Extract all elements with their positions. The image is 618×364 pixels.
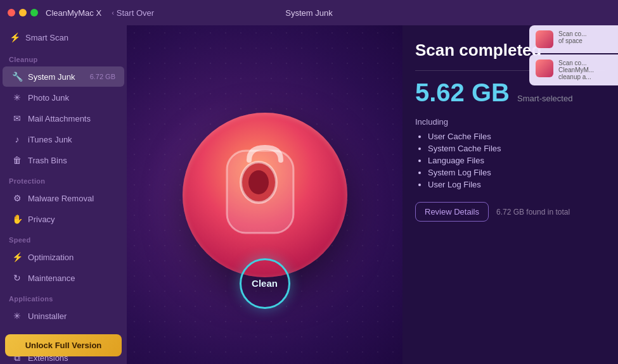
optimization-icon: ⚡ [11,251,23,263]
file-type-1: User Cache Files [428,132,605,141]
notification-card-1[interactable]: Scan co...of space [529,25,618,53]
section-applications: Applications [0,289,127,305]
center-content: Clean [127,25,402,364]
total-found: 6.72 GB found in total [496,208,570,217]
smart-scan-icon: ⚡ [9,32,20,43]
file-list: User Cache Files System Cache Files Lang… [415,132,605,189]
start-over-nav[interactable]: ‹ Start Over [112,8,154,18]
section-cleanup: Cleanup [0,49,127,66]
sidebar-item-smart-scan[interactable]: ⚡ Smart Scan [0,25,127,49]
uninstaller-icon: ✳ [11,310,23,322]
notif-text-2: Scan co...CleanMyM...cleanup a... [558,60,594,80]
system-junk-icon: 🔧 [11,71,23,82]
malware-icon: ⚙ [11,192,23,204]
maintenance-icon: ↻ [11,272,23,284]
including-label: Including [415,117,605,127]
file-type-2: System Cache Files [428,144,605,153]
sidebar-item-system-junk[interactable]: 🔧 System Junk 6.72 GB [3,66,124,87]
app-icon [183,113,347,277]
trash-icon: 🗑 [11,154,23,166]
app-icon-svg [214,141,316,249]
section-speed: Speed [0,230,127,246]
sidebar-item-privacy[interactable]: ✋ Privacy [3,209,124,229]
sidebar-item-maintenance[interactable]: ↻ Maintenance [3,268,124,288]
window-title: System Junk [285,8,332,18]
malware-label: Malware Removal [28,194,94,203]
uninstaller-label: Uninstaller [28,311,67,321]
sidebar-item-uninstaller[interactable]: ✳ Uninstaller [3,306,124,326]
photo-junk-label: Photo Junk [28,93,69,103]
itunes-junk-label: iTunes Junk [28,135,72,144]
trash-bins-label: Trash Bins [28,156,67,165]
minimize-button[interactable] [19,9,27,16]
section-protection: Protection [0,171,127,187]
app-name: CleanMyMac X [46,8,101,18]
right-panel: Scan co...of space Scan co...CleanMyM...… [402,25,618,364]
sidebar-item-trash-bins[interactable]: 🗑 Trash Bins [3,150,124,170]
sidebar: ⚡ Smart Scan Cleanup 🔧 System Junk 6.72 … [0,25,127,364]
chevron-left-icon: ‹ [112,9,114,16]
size-number: 5.62 GB [415,78,510,107]
unlock-full-version-button[interactable]: Unlock Full Version [5,334,122,356]
notif-text-1: Scan co...of space [558,30,586,44]
nav-label: Start Over [117,8,154,18]
optimization-label: Optimization [28,253,74,262]
maximize-button[interactable] [30,9,38,16]
system-junk-label: System Junk [28,72,75,82]
clean-btn-area: Clean [240,258,290,309]
notification-card-2[interactable]: Scan co...CleanMyM...cleanup a... [529,54,618,85]
mail-attachments-label: Mail Attachments [28,114,91,123]
file-type-5: User Log Files [428,180,605,189]
sidebar-item-malware-removal[interactable]: ⚙ Malware Removal [3,188,124,208]
bottom-actions: Review Details 6.72 GB found in total [415,202,605,222]
notif-icon-2 [536,60,553,77]
review-details-button[interactable]: Review Details [415,202,489,222]
privacy-icon: ✋ [11,213,23,225]
itunes-icon: ♪ [11,134,23,145]
file-type-4: System Log Files [428,168,605,177]
sidebar-item-mail-attachments[interactable]: ✉ Mail Attachments [3,108,124,129]
main-layout: ⚡ Smart Scan Cleanup 🔧 System Junk 6.72 … [0,25,618,364]
notifications-area: Scan co...of space Scan co...CleanMyM...… [529,25,618,85]
file-type-3: Language Files [428,156,605,165]
sidebar-item-itunes-junk[interactable]: ♪ iTunes Junk [3,129,124,149]
photo-junk-icon: ✳ [11,92,23,103]
app-icon-container: Clean [183,113,347,277]
privacy-label: Privacy [28,215,55,224]
titlebar: CleanMyMac X ‹ Start Over System Junk [0,0,618,25]
maintenance-label: Maintenance [28,273,75,283]
smart-scan-label: Smart Scan [25,33,68,42]
traffic-lights [8,9,38,16]
system-junk-badge: 6.72 GB [90,73,115,80]
close-button[interactable] [8,9,15,16]
notif-icon-1 [536,30,553,48]
sidebar-item-optimization[interactable]: ⚡ Optimization [3,247,124,267]
clean-button[interactable]: Clean [240,258,290,309]
svg-point-2 [248,170,269,194]
sidebar-item-photo-junk[interactable]: ✳ Photo Junk [3,87,124,108]
mail-icon: ✉ [11,113,23,124]
size-qualifier: Smart-selected [517,94,572,103]
